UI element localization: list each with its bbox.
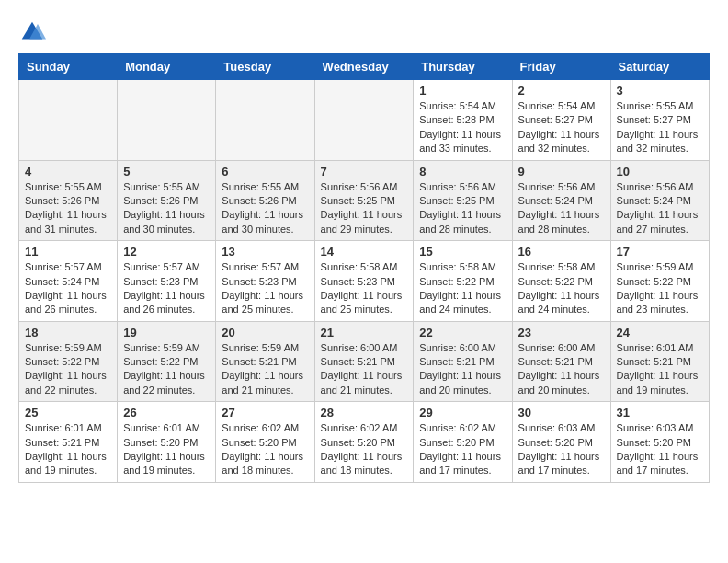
day-info: Sunrise: 5:58 AM Sunset: 5:22 PM Dayligh…: [419, 260, 506, 317]
day-number: 5: [123, 165, 210, 178]
calendar-cell: 31Sunrise: 6:03 AM Sunset: 5:20 PM Dayli…: [610, 402, 709, 483]
calendar-cell: 10Sunrise: 5:56 AM Sunset: 5:24 PM Dayli…: [610, 160, 709, 241]
day-number: 26: [123, 406, 210, 419]
day-info: Sunrise: 5:55 AM Sunset: 5:26 PM Dayligh…: [25, 180, 111, 237]
calendar-header-row: SundayMondayTuesdayWednesdayThursdayFrid…: [19, 54, 710, 80]
calendar-header-wednesday: Wednesday: [314, 54, 414, 80]
calendar-week-row: 11Sunrise: 5:57 AM Sunset: 5:24 PM Dayli…: [19, 241, 710, 322]
day-info: Sunrise: 6:00 AM Sunset: 5:21 PM Dayligh…: [419, 341, 506, 398]
day-number: 2: [518, 84, 605, 98]
day-info: Sunrise: 5:59 AM Sunset: 5:22 PM Dayligh…: [123, 341, 210, 398]
day-number: 13: [222, 245, 308, 259]
calendar-cell: 14Sunrise: 5:58 AM Sunset: 5:23 PM Dayli…: [314, 241, 414, 322]
calendar-cell: 12Sunrise: 5:57 AM Sunset: 5:23 PM Dayli…: [118, 241, 216, 322]
calendar-cell: 7Sunrise: 5:56 AM Sunset: 5:25 PM Daylig…: [314, 160, 414, 241]
day-info: Sunrise: 5:56 AM Sunset: 5:25 PM Dayligh…: [321, 180, 408, 237]
day-number: 6: [222, 165, 308, 178]
day-number: 25: [25, 406, 111, 419]
day-number: 29: [419, 406, 506, 419]
calendar-cell: 2Sunrise: 5:54 AM Sunset: 5:27 PM Daylig…: [512, 80, 610, 161]
day-info: Sunrise: 6:03 AM Sunset: 5:20 PM Dayligh…: [518, 421, 605, 478]
calendar-header-thursday: Thursday: [414, 54, 512, 80]
calendar-table: SundayMondayTuesdayWednesdayThursdayFrid…: [18, 53, 710, 483]
calendar-week-row: 18Sunrise: 5:59 AM Sunset: 5:22 PM Dayli…: [19, 321, 710, 402]
day-info: Sunrise: 5:56 AM Sunset: 5:24 PM Dayligh…: [518, 180, 605, 237]
day-info: Sunrise: 5:59 AM Sunset: 5:21 PM Dayligh…: [222, 341, 308, 398]
calendar-header-monday: Monday: [118, 54, 216, 80]
day-info: Sunrise: 5:59 AM Sunset: 5:22 PM Dayligh…: [25, 341, 111, 398]
day-info: Sunrise: 6:01 AM Sunset: 5:21 PM Dayligh…: [25, 421, 111, 478]
day-info: Sunrise: 6:02 AM Sunset: 5:20 PM Dayligh…: [222, 421, 308, 478]
calendar-cell: [19, 80, 118, 161]
day-info: Sunrise: 5:58 AM Sunset: 5:23 PM Dayligh…: [321, 260, 408, 317]
day-number: 12: [123, 245, 210, 259]
day-number: 19: [123, 326, 210, 339]
calendar-cell: 15Sunrise: 5:58 AM Sunset: 5:22 PM Dayli…: [414, 241, 512, 322]
day-number: 22: [419, 326, 506, 339]
day-number: 9: [518, 165, 605, 178]
calendar-week-row: 25Sunrise: 6:01 AM Sunset: 5:21 PM Dayli…: [19, 402, 710, 483]
day-info: Sunrise: 5:57 AM Sunset: 5:24 PM Dayligh…: [25, 260, 111, 317]
day-info: Sunrise: 5:55 AM Sunset: 5:27 PM Dayligh…: [617, 99, 703, 156]
day-info: Sunrise: 5:56 AM Sunset: 5:25 PM Dayligh…: [419, 180, 506, 237]
calendar-cell: 18Sunrise: 5:59 AM Sunset: 5:22 PM Dayli…: [19, 321, 118, 402]
calendar-cell: 6Sunrise: 5:55 AM Sunset: 5:26 PM Daylig…: [216, 160, 314, 241]
day-number: 31: [617, 406, 703, 419]
day-number: 30: [518, 406, 605, 419]
calendar-cell: 25Sunrise: 6:01 AM Sunset: 5:21 PM Dayli…: [19, 402, 118, 483]
calendar-cell: 11Sunrise: 5:57 AM Sunset: 5:24 PM Dayli…: [19, 241, 118, 322]
calendar-header-sunday: Sunday: [19, 54, 118, 80]
logo: [18, 18, 50, 46]
day-number: 27: [222, 406, 308, 419]
day-number: 24: [617, 326, 703, 339]
day-info: Sunrise: 5:57 AM Sunset: 5:23 PM Dayligh…: [222, 260, 308, 317]
page-header: [18, 18, 710, 46]
day-number: 21: [321, 326, 408, 339]
day-number: 3: [617, 84, 703, 98]
calendar-cell: 27Sunrise: 6:02 AM Sunset: 5:20 PM Dayli…: [216, 402, 314, 483]
day-number: 4: [25, 165, 111, 178]
day-info: Sunrise: 6:02 AM Sunset: 5:20 PM Dayligh…: [419, 421, 506, 478]
day-number: 14: [321, 245, 408, 259]
day-info: Sunrise: 5:56 AM Sunset: 5:24 PM Dayligh…: [617, 180, 703, 237]
day-info: Sunrise: 5:55 AM Sunset: 5:26 PM Dayligh…: [222, 180, 308, 237]
calendar-cell: 22Sunrise: 6:00 AM Sunset: 5:21 PM Dayli…: [414, 321, 512, 402]
calendar-cell: 29Sunrise: 6:02 AM Sunset: 5:20 PM Dayli…: [414, 402, 512, 483]
day-info: Sunrise: 5:59 AM Sunset: 5:22 PM Dayligh…: [617, 260, 703, 317]
day-number: 18: [25, 326, 111, 339]
day-info: Sunrise: 6:02 AM Sunset: 5:20 PM Dayligh…: [321, 421, 408, 478]
day-number: 1: [419, 84, 506, 98]
day-number: 15: [419, 245, 506, 259]
calendar-header-friday: Friday: [512, 54, 610, 80]
day-number: 20: [222, 326, 308, 339]
day-number: 11: [25, 245, 111, 259]
day-number: 17: [617, 245, 703, 259]
calendar-cell: [216, 80, 314, 161]
day-number: 23: [518, 326, 605, 339]
calendar-cell: 1Sunrise: 5:54 AM Sunset: 5:28 PM Daylig…: [414, 80, 512, 161]
day-info: Sunrise: 6:01 AM Sunset: 5:20 PM Dayligh…: [123, 421, 210, 478]
calendar-cell: [118, 80, 216, 161]
calendar-cell: 23Sunrise: 6:00 AM Sunset: 5:21 PM Dayli…: [512, 321, 610, 402]
day-info: Sunrise: 6:00 AM Sunset: 5:21 PM Dayligh…: [321, 341, 408, 398]
calendar-header-tuesday: Tuesday: [216, 54, 314, 80]
calendar-cell: 3Sunrise: 5:55 AM Sunset: 5:27 PM Daylig…: [610, 80, 709, 161]
day-info: Sunrise: 5:55 AM Sunset: 5:26 PM Dayligh…: [123, 180, 210, 237]
day-number: 8: [419, 165, 506, 178]
calendar-cell: 17Sunrise: 5:59 AM Sunset: 5:22 PM Dayli…: [610, 241, 709, 322]
calendar-cell: [314, 80, 414, 161]
calendar-cell: 19Sunrise: 5:59 AM Sunset: 5:22 PM Dayli…: [118, 321, 216, 402]
day-info: Sunrise: 6:03 AM Sunset: 5:20 PM Dayligh…: [617, 421, 703, 478]
logo-icon: [18, 18, 46, 46]
calendar-week-row: 4Sunrise: 5:55 AM Sunset: 5:26 PM Daylig…: [19, 160, 710, 241]
day-number: 7: [321, 165, 408, 178]
calendar-cell: 13Sunrise: 5:57 AM Sunset: 5:23 PM Dayli…: [216, 241, 314, 322]
calendar-cell: 8Sunrise: 5:56 AM Sunset: 5:25 PM Daylig…: [414, 160, 512, 241]
day-info: Sunrise: 5:54 AM Sunset: 5:28 PM Dayligh…: [419, 99, 506, 156]
calendar-cell: 5Sunrise: 5:55 AM Sunset: 5:26 PM Daylig…: [118, 160, 216, 241]
calendar-cell: 20Sunrise: 5:59 AM Sunset: 5:21 PM Dayli…: [216, 321, 314, 402]
day-number: 28: [321, 406, 408, 419]
day-info: Sunrise: 5:57 AM Sunset: 5:23 PM Dayligh…: [123, 260, 210, 317]
day-info: Sunrise: 6:01 AM Sunset: 5:21 PM Dayligh…: [617, 341, 703, 398]
calendar-cell: 24Sunrise: 6:01 AM Sunset: 5:21 PM Dayli…: [610, 321, 709, 402]
